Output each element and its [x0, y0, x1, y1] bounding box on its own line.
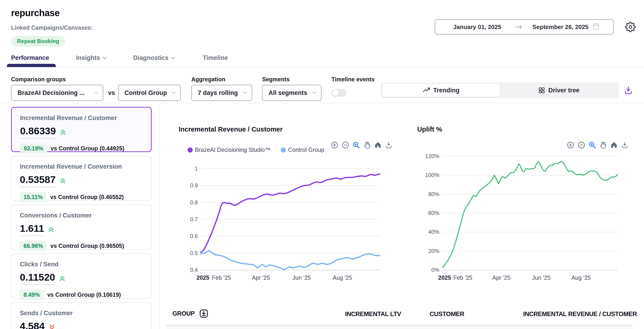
delta-badge: 92.19%: [20, 143, 47, 154]
vs-label: vs: [106, 85, 117, 101]
svg-text:1: 1: [195, 165, 198, 172]
svg-text:Jun '25: Jun '25: [532, 274, 550, 281]
chart1-legend: BrazeAI Decisioning Studio™ Control Grou…: [188, 147, 324, 153]
toggle-knob: [332, 90, 338, 96]
content-vertical-divider: [159, 106, 160, 329]
svg-text:2025: 2025: [196, 274, 210, 281]
download-table-icon[interactable]: [199, 309, 208, 319]
segments-select[interactable]: All segments: [262, 85, 322, 101]
download-chart-icon[interactable]: [385, 141, 393, 149]
metric-card-value: 0.53587: [20, 174, 56, 187]
driver-tree-view-button[interactable]: Driver tree: [500, 84, 618, 97]
metric-card-title: Sends / Customer: [20, 310, 143, 317]
svg-text:Aug '25: Aug '25: [333, 274, 352, 281]
metric-card-incremental-revenue-customer[interactable]: Incremental Revenue / Customer 0.86339 9…: [11, 107, 152, 152]
timeline-events-toggle[interactable]: [332, 89, 347, 97]
trend-down-icon: [48, 323, 56, 329]
page-title: repurchase: [11, 8, 60, 18]
delta-comparison-text: vs Control Group (0.96505): [50, 243, 124, 249]
delta-comparison-text: vs Control Group (0.10619): [47, 292, 121, 298]
segments-label: Segments: [262, 76, 290, 83]
chart1-toolbar: [330, 141, 393, 149]
svg-text:0.7: 0.7: [190, 216, 198, 222]
trend-up-icon: [59, 128, 67, 136]
metric-card-incremental-revenue-conversion[interactable]: Incremental Revenue / Conversion 0.53587…: [11, 156, 152, 201]
date-range-picker[interactable]: January 01, 2025 September 26, 2025: [435, 19, 614, 34]
tab-insights[interactable]: Insights: [76, 54, 107, 61]
zoom-in-circle-icon[interactable]: [330, 141, 338, 149]
chevron-down-icon: [171, 91, 176, 95]
table-header-incremental-ltv: INCREMENTAL LTV: [332, 311, 401, 318]
svg-text:0.4: 0.4: [190, 267, 198, 273]
tab-timeline-label: Timeline: [203, 54, 228, 61]
incremental-revenue-chart[interactable]: 10.90.80.70.60.50.42025Feb '25Apr '25Jun…: [175, 161, 387, 286]
svg-text:0.8: 0.8: [190, 199, 198, 206]
svg-text:Jun '25: Jun '25: [292, 274, 311, 281]
pan-hand-icon[interactable]: [363, 141, 371, 149]
calendar-icon: [592, 23, 599, 31]
filters-divider: [0, 103, 644, 103]
svg-text:2025: 2025: [438, 274, 451, 281]
table-first-row[interactable]: [166, 326, 633, 329]
trend-up-icon: [47, 226, 55, 233]
trending-view-button[interactable]: Trending: [382, 84, 500, 97]
svg-text:0.5: 0.5: [190, 250, 198, 256]
svg-text:100%: 100%: [425, 172, 439, 178]
metric-card-title: Conversions / Customer: [20, 212, 143, 219]
delta-badge: 15.11%: [20, 192, 46, 202]
zoom-area-icon[interactable]: [352, 141, 360, 149]
tab-insights-label: Insights: [76, 54, 100, 61]
tabs-divider: [0, 67, 644, 67]
metric-card-title: Incremental Revenue / Conversion: [20, 163, 143, 170]
svg-text:0.6: 0.6: [190, 233, 198, 239]
chevron-down-icon: [242, 91, 248, 95]
driver-tree-icon: [538, 87, 545, 94]
metric-card-conversions-customer[interactable]: Conversions / Customer 1.611 66.96%vs Co…: [11, 205, 152, 250]
comparison-group-b-select[interactable]: Control Group: [118, 85, 181, 101]
timeline-events-label: Timeline events: [332, 76, 374, 83]
campaign-chip[interactable]: Repeat Booking: [11, 36, 65, 46]
export-download-button[interactable]: [624, 86, 633, 95]
legend-item-control-group[interactable]: Control Group: [281, 147, 324, 153]
legend-item-brazeai[interactable]: BrazeAI Decisioning Studio™: [188, 147, 270, 153]
uplift-chart[interactable]: 120%100%80%60%40%20%0%2025Feb '25Apr '25…: [417, 147, 634, 286]
chevron-down-icon: [102, 56, 107, 60]
trend-up-icon: [59, 177, 66, 185]
tab-diagnostics[interactable]: Diagnostics: [133, 54, 176, 61]
chart2-title: Uplift %: [417, 126, 442, 133]
trending-label: Trending: [433, 87, 460, 94]
delta-badge: 66.96%: [20, 241, 47, 251]
metric-card-title: Clicks / Send: [20, 261, 143, 268]
tab-performance[interactable]: Performance: [11, 54, 49, 61]
metric-card-sends-customer[interactable]: Sends / Customer 4.584: [11, 302, 152, 329]
chart1-title: Incremental Revenue / Customer: [179, 126, 282, 133]
delta-comparison-text: vs Control Group (0.44925): [51, 145, 124, 152]
settings-gear-icon[interactable]: [625, 22, 636, 32]
tab-timeline[interactable]: Timeline: [203, 54, 228, 61]
zoom-out-circle-icon[interactable]: [341, 141, 350, 149]
date-range-start[interactable]: January 01, 2025: [442, 23, 513, 31]
comparison-group-a-select[interactable]: BrazeAI Decisioning ...: [11, 85, 103, 101]
linked-campaigns-label: Linked Campaigns/Canvases:: [11, 24, 93, 31]
legend-dot-blue: [281, 147, 286, 153]
metric-card-value: 1.611: [20, 223, 44, 236]
svg-text:20%: 20%: [428, 248, 439, 254]
chevron-down-icon: [94, 91, 99, 95]
reset-home-icon[interactable]: [374, 141, 382, 149]
chevron-down-icon: [312, 91, 317, 95]
aggregation-select[interactable]: 7 days rolling: [191, 85, 252, 101]
svg-text:Apr '25: Apr '25: [492, 274, 510, 281]
svg-text:80%: 80%: [428, 191, 439, 197]
metric-card-clicks-send[interactable]: Clicks / Send 0.11520 8.49%vs Control Gr…: [11, 253, 152, 299]
comparison-group-b-value: Control Group: [124, 89, 167, 96]
comparison-groups-label: Comparison groups: [11, 76, 66, 83]
driver-tree-label: Driver tree: [548, 87, 580, 94]
table-header-customer: CUSTOMER: [395, 311, 464, 318]
legend-dot-purple: [188, 147, 193, 153]
delta-comparison-text: vs Control Group (0.46552): [50, 194, 124, 200]
aggregation-label: Aggregation: [191, 76, 225, 83]
svg-text:Apr '25: Apr '25: [252, 274, 270, 281]
metric-card-value: 0.86339: [20, 125, 56, 139]
legend-label: Control Group: [288, 147, 324, 153]
date-range-end[interactable]: September 26, 2025: [532, 23, 588, 31]
